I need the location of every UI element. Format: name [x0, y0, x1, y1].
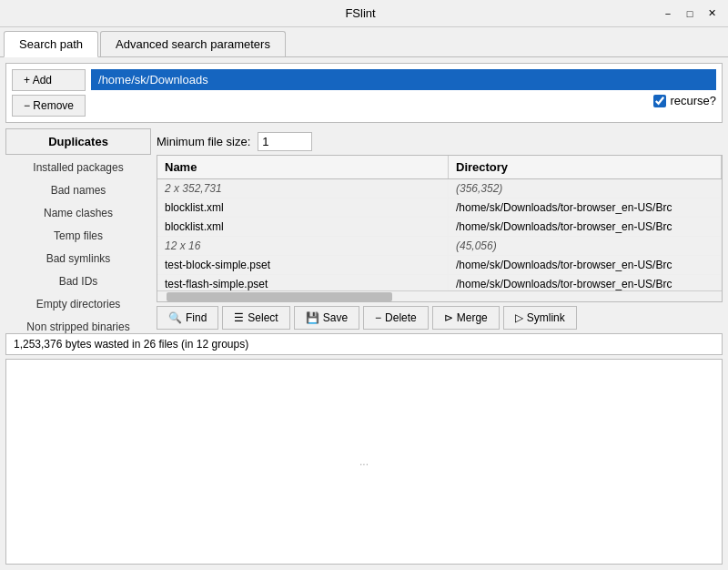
- path-list: /home/sk/Downloads: [91, 69, 716, 90]
- delete-label: Delete: [385, 311, 417, 324]
- titlebar-controls: − □ ✕: [659, 5, 721, 23]
- remove-path-button[interactable]: − Remove: [12, 95, 86, 117]
- cell-name: blocklist.xml: [157, 218, 449, 236]
- duplicates-header: Duplicates: [5, 128, 151, 155]
- symlink-button[interactable]: ▷ Symlink: [503, 306, 577, 330]
- file-table: Name Directory 2 x 352,731(356,352)block…: [157, 155, 723, 302]
- select-icon: ☰: [234, 311, 244, 324]
- select-button[interactable]: ☰ Select: [222, 306, 289, 330]
- min-file-size-row: Minimum file size:: [157, 128, 723, 155]
- main-content: Search path Advanced search parameters +…: [0, 27, 728, 570]
- search-path-buttons: + Add − Remove: [12, 69, 86, 117]
- bottom-dots: ...: [359, 455, 369, 468]
- cell-name: 2 x 352,731: [157, 179, 449, 198]
- sidebar-item-empty-directories[interactable]: Empty directories: [5, 293, 151, 315]
- symlink-label: Symlink: [527, 311, 565, 324]
- merge-icon: ⊳: [444, 311, 453, 324]
- table-row[interactable]: test-flash-simple.pset/home/sk/Downloads…: [157, 275, 722, 290]
- sidebar-item-non-stripped-binaries[interactable]: Non stripped binaries: [5, 316, 151, 333]
- cell-name: blocklist.xml: [157, 198, 449, 217]
- sidebar-item-temp-files[interactable]: Temp files: [5, 225, 151, 247]
- save-button[interactable]: 💾 Save: [294, 306, 359, 330]
- tab-bar: Search path Advanced search parameters: [0, 27, 728, 57]
- status-text: 1,253,376 bytes wasted in 26 files (in 1…: [14, 338, 248, 351]
- h-scroll-thumb[interactable]: [167, 292, 392, 301]
- titlebar-title: FSlint: [62, 6, 659, 20]
- cell-dir: /home/sk/Downloads/tor-browser_en-US/Brc: [449, 256, 722, 274]
- delete-button[interactable]: − Delete: [363, 306, 429, 330]
- bottom-section: Duplicates Installed packages Bad names …: [5, 128, 723, 333]
- tab-search-path[interactable]: Search path: [4, 31, 98, 57]
- select-label: Select: [248, 311, 278, 324]
- find-icon: 🔍: [168, 311, 182, 324]
- path-list-container: /home/sk/Downloads recurse?: [91, 69, 716, 107]
- file-table-body[interactable]: 2 x 352,731(356,352)blocklist.xml/home/s…: [157, 179, 722, 290]
- search-path-panel: + Add − Remove /home/sk/Downloads recurs…: [5, 63, 723, 123]
- table-row[interactable]: test-block-simple.pset/home/sk/Downloads…: [157, 256, 722, 275]
- find-button[interactable]: 🔍 Find: [157, 306, 218, 330]
- titlebar: FSlint − □ ✕: [0, 0, 728, 27]
- status-bar: 1,253,376 bytes wasted in 26 files (in 1…: [5, 333, 723, 355]
- toolbar: 🔍 Find ☰ Select 💾 Save − Delete ⊳ Me: [157, 302, 723, 333]
- bottom-empty-area: ...: [5, 359, 723, 565]
- maximize-button[interactable]: □: [681, 5, 699, 23]
- sidebar-item-bad-symlinks[interactable]: Bad symlinks: [5, 248, 151, 270]
- col-header-dir: Directory: [449, 156, 722, 178]
- minimize-button[interactable]: −: [659, 5, 677, 23]
- cell-dir: /home/sk/Downloads/tor-browser_en-US/Brc: [449, 198, 722, 217]
- add-path-button[interactable]: + Add: [12, 69, 86, 91]
- sidebar-nav: Installed packages Bad names Name clashe…: [5, 157, 151, 333]
- file-table-header: Name Directory: [157, 156, 722, 179]
- table-row[interactable]: 2 x 352,731(356,352): [157, 179, 722, 198]
- table-row[interactable]: blocklist.xml/home/sk/Downloads/tor-brow…: [157, 218, 722, 237]
- find-label: Find: [186, 311, 207, 324]
- col-header-name: Name: [157, 156, 449, 178]
- close-button[interactable]: ✕: [703, 5, 721, 23]
- right-panel: Minimum file size: Name Directory 2 x 35…: [157, 128, 723, 333]
- merge-button[interactable]: ⊳ Merge: [432, 306, 500, 330]
- recurse-row: recurse?: [91, 90, 716, 107]
- cell-dir: /home/sk/Downloads/tor-browser_en-US/Brc: [449, 218, 722, 236]
- symlink-icon: ▷: [515, 311, 523, 324]
- path-item[interactable]: /home/sk/Downloads: [91, 69, 716, 90]
- min-file-size-input[interactable]: [258, 132, 312, 151]
- save-label: Save: [323, 311, 348, 324]
- left-sidebar: Duplicates Installed packages Bad names …: [5, 128, 151, 333]
- recurse-label: recurse?: [670, 94, 716, 107]
- cell-dir: (45,056): [449, 237, 722, 255]
- cell-name: 12 x 16: [157, 237, 449, 255]
- table-row[interactable]: 12 x 16(45,056): [157, 237, 722, 256]
- cell-name: test-block-simple.pset: [157, 256, 449, 274]
- sidebar-item-installed-packages[interactable]: Installed packages: [5, 157, 151, 178]
- cell-dir: /home/sk/Downloads/tor-browser_en-US/Brc: [449, 275, 722, 290]
- sidebar-item-bad-names[interactable]: Bad names: [5, 179, 151, 201]
- sidebar-item-bad-ids[interactable]: Bad IDs: [5, 270, 151, 292]
- min-file-size-label: Minimum file size:: [157, 135, 250, 148]
- delete-icon: −: [375, 311, 381, 324]
- cell-dir: (356,352): [449, 179, 722, 198]
- recurse-checkbox[interactable]: [653, 95, 666, 107]
- save-icon: 💾: [306, 311, 319, 324]
- tab-advanced[interactable]: Advanced search parameters: [100, 31, 286, 56]
- horizontal-scrollbar[interactable]: [157, 290, 722, 301]
- cell-name: test-flash-simple.pset: [157, 275, 449, 290]
- sidebar-item-name-clashes[interactable]: Name clashes: [5, 202, 151, 224]
- merge-label: Merge: [457, 311, 488, 324]
- table-row[interactable]: blocklist.xml/home/sk/Downloads/tor-brow…: [157, 198, 722, 218]
